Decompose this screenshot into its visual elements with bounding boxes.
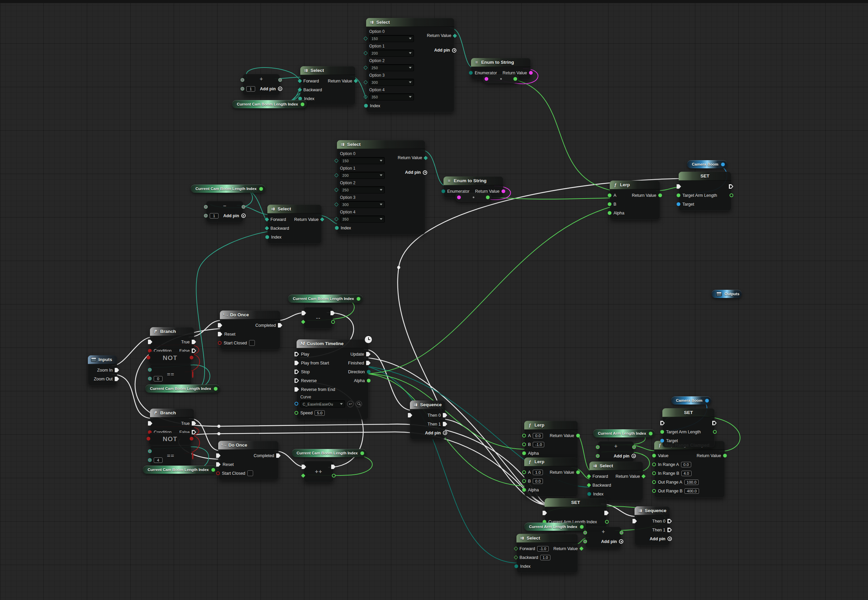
custom-timeline-header[interactable]: MCustom Timeline — [297, 339, 368, 348]
lerp-b1-pin-alpha[interactable] — [522, 452, 526, 455]
custom-timeline-pin-update[interactable] — [366, 352, 371, 356]
var-ccbli-6[interactable]: Current Cam Boom Length Index — [292, 449, 367, 457]
lerp-b2-pin-a[interactable] — [522, 470, 526, 474]
select-top-pin-option-2[interactable] — [364, 65, 368, 70]
select-mid-pin-option-3[interactable] — [334, 202, 339, 207]
var-cali-1[interactable]: Current Arm Length Index — [593, 429, 655, 438]
var-ccbli-1[interactable]: Current Cam Boom Length Index — [232, 100, 307, 108]
set-camera-boom-b-header[interactable]: SET — [662, 408, 715, 417]
decrement-int-pin-pin[interactable] — [301, 311, 306, 315]
set-cali-pin-pin[interactable] — [604, 511, 609, 515]
custom-timeline-dropdown-curve[interactable]: C_EaseInEaseOu — [300, 400, 345, 408]
select-mid-dropdown-option-3[interactable]: 300 — [340, 201, 385, 208]
select-fwd-b-pin-backward[interactable] — [587, 483, 591, 487]
map-range-clamped-pin-value[interactable] — [652, 454, 656, 458]
do-once-2-pin-reset[interactable] — [216, 462, 221, 467]
do-once-1-pin-start-closed[interactable] — [218, 341, 221, 345]
add-float-1-pin-pin[interactable] — [596, 445, 600, 449]
conv-top[interactable] — [483, 74, 519, 83]
set-camera-boom-b-pin-target[interactable] — [660, 439, 664, 442]
increment-int-pin-pin[interactable] — [331, 465, 336, 469]
var-ccbli-1-output-pin[interactable] — [301, 103, 304, 106]
equal-2-output-pin[interactable] — [192, 452, 194, 459]
do-once-1-pin-pin[interactable] — [218, 323, 222, 327]
var-camera-boom-b[interactable]: Camera Boom — [671, 396, 711, 405]
select-fwd-bottom-header[interactable]: ⇉Select — [517, 534, 578, 542]
set-camera-boom-b-pin-pin[interactable] — [660, 421, 665, 425]
map-range-clamped-value-in-range-a[interactable]: 0.0 — [681, 462, 691, 467]
decrement-int-pin-pin[interactable] — [330, 311, 335, 315]
select-top-dropdown-option-3[interactable]: 300 — [369, 79, 414, 86]
map-range-clamped-pin-in-range-a[interactable] — [652, 462, 656, 466]
add-float-2-pin-pin[interactable] — [583, 539, 587, 543]
equal-1-value-pin[interactable]: 0 — [154, 376, 162, 382]
add-float-1[interactable]: Add pin+ — [598, 441, 634, 462]
lerp-top[interactable]: ƒLerpAReturn ValueBAlpha — [610, 180, 660, 220]
var-cali-1-output-pin[interactable] — [649, 432, 653, 435]
set-cali-pin-pin[interactable] — [605, 520, 609, 524]
select-fwd-b-pin-index[interactable] — [588, 492, 591, 496]
select-mid-dropdown-option-1[interactable]: 200 — [340, 172, 385, 179]
browse-asset-icon[interactable] — [356, 401, 362, 407]
select-fwd-bottom-pin-return-value[interactable] — [579, 546, 584, 551]
lerp-top-pin-a[interactable] — [608, 194, 612, 197]
custom-timeline[interactable]: MCustom TimelinePlayUpdatePlay from Star… — [297, 339, 368, 420]
not-2[interactable]: NOT — [148, 433, 191, 445]
var-ccbli-4[interactable]: Current Cam Boom Length Index — [145, 385, 220, 392]
sequence-2[interactable]: ⇉SequenceThen 0Then 1Add pin — [635, 506, 670, 545]
lerp-b1-header[interactable]: ƒLerp — [524, 421, 578, 430]
var-camera-boom-b-output-pin[interactable] — [705, 399, 709, 403]
map-range-clamped-pin-return-value[interactable] — [723, 454, 727, 458]
reroute-node-1[interactable] — [218, 425, 221, 428]
sequence-1-pin-then-1[interactable] — [443, 422, 447, 426]
add-float-2-pin-pin[interactable] — [583, 531, 587, 535]
do-once-2[interactable]: ¹→Do OnceCompletedResetStart Closed — [218, 441, 279, 480]
do-once-2-pin-start-closed[interactable] — [216, 471, 220, 475]
branch-1-pin-pin[interactable] — [148, 340, 152, 344]
sub-int-pin-pin[interactable] — [204, 205, 208, 209]
not-2-pin-pin[interactable] — [147, 437, 150, 441]
select-top-dropdown-option-4[interactable]: 350 — [369, 93, 414, 100]
var-ccbli-5-output-pin[interactable] — [211, 468, 215, 472]
set-camera-boom-top-pin-pin[interactable] — [729, 184, 733, 189]
set-camera-boom-b-pin-pin[interactable] — [712, 421, 717, 425]
equal-1-output-pin[interactable] — [192, 371, 194, 378]
sub-int-add-pin[interactable]: Add pin — [223, 214, 246, 218]
wire-46[interactable] — [509, 79, 613, 191]
lerp-b2-value-a[interactable]: 1.0 — [533, 470, 543, 475]
map-range-clamped-value-in-range-b[interactable]: 4.0 — [682, 471, 692, 476]
add-float-1-add-pin[interactable]: Add pin — [614, 454, 636, 459]
lerp-b2-pin-return-value[interactable] — [576, 470, 580, 474]
select-mid-header[interactable]: ⇉Select — [337, 140, 425, 149]
lerp-top-header[interactable]: ƒLerp — [610, 180, 660, 189]
add-float-1-pin-pin[interactable] — [632, 445, 636, 449]
select-fwd-top-header[interactable]: ⇉Select — [300, 66, 355, 75]
enum-to-string-top-header[interactable]: ≡Enum to String — [471, 58, 531, 67]
inputs-pin-zoom-in[interactable] — [115, 368, 119, 372]
select-fwd-bottom[interactable]: ⇉SelectForward-1.0Return ValueBackward1.… — [517, 534, 578, 573]
select-mid-pin-option-2[interactable] — [334, 188, 339, 192]
select-top-pin-option-0[interactable] — [364, 36, 368, 41]
lerp-b2-value-b[interactable]: 0.0 — [533, 479, 543, 484]
enum-to-string-mid-header[interactable]: ≡Enum to String — [444, 176, 503, 185]
enum-to-string-top-pin-return-value[interactable] — [529, 71, 533, 75]
wire-9[interactable] — [364, 358, 546, 504]
inputs[interactable]: InputsZoom InZoom Out — [88, 355, 117, 385]
do-once-2-header[interactable]: ¹→Do Once — [218, 441, 279, 450]
select-mid-pin-return-value[interactable] — [424, 156, 428, 160]
do-once-1-pin-reset[interactable] — [218, 332, 222, 336]
lerp-b1-pin-b[interactable] — [522, 442, 526, 446]
conv-mid[interactable] — [455, 193, 491, 202]
sub-int-pin-pin[interactable] — [242, 205, 245, 209]
select-fwd-bottom-pin-backward[interactable] — [514, 555, 518, 560]
select-fwd-b-pin-return-value[interactable] — [641, 474, 646, 479]
branch-2-pin-true[interactable] — [192, 421, 196, 426]
sub-int-value-pin[interactable]: 1 — [210, 213, 218, 218]
lerp-b1-pin-a[interactable] — [522, 434, 526, 438]
lerp-b1[interactable]: ƒLerpA0.0Return ValueB-1.0Alpha — [524, 421, 578, 460]
add-int-top[interactable]: 1Add pin+ — [242, 74, 280, 95]
not-1[interactable]: NOT — [148, 352, 191, 364]
select-mid-add-pin[interactable]: Add pin — [405, 170, 427, 175]
select-top-dropdown-option-0[interactable]: 150 — [369, 35, 414, 42]
equal-2-pin-pin[interactable] — [148, 458, 151, 462]
